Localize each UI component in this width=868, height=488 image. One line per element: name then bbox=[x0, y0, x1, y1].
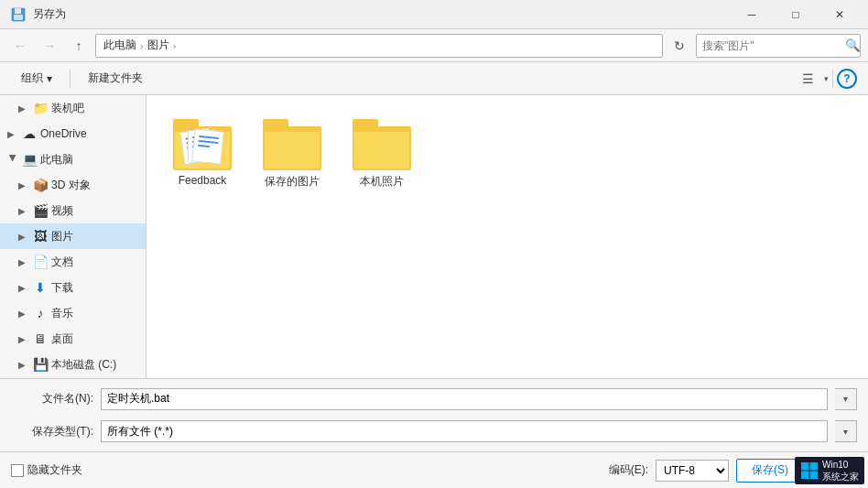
encoding-label: 编码(E): bbox=[609, 462, 648, 478]
breadcrumb: 此电脑 › 图片 › bbox=[95, 34, 663, 58]
hide-folders-checkbox[interactable] bbox=[11, 464, 24, 477]
title-controls: ─ □ ✕ bbox=[731, 0, 861, 29]
svg-rect-5 bbox=[801, 472, 809, 480]
folder-saved-name: 保存的图片 bbox=[265, 174, 320, 190]
help-button[interactable]: ? bbox=[837, 69, 857, 89]
sidebar-item-thispc[interactable]: ▶ 💻 此电脑 bbox=[0, 146, 146, 172]
filetype-label: 保存类型(T): bbox=[11, 424, 93, 439]
expand-arrow-pictures: ▶ bbox=[18, 232, 29, 242]
sidebar-item-music[interactable]: ▶ ♪ 音乐 bbox=[0, 300, 146, 326]
folder-saved-pics[interactable]: 保存的图片 bbox=[251, 110, 333, 199]
expand-arrow-docs: ▶ bbox=[18, 257, 29, 267]
sidebar-label-desktop: 桌面 bbox=[51, 331, 73, 347]
sidebar-item-downloads[interactable]: ▶ ⬇ 下载 bbox=[0, 275, 146, 300]
music-icon: ♪ bbox=[33, 306, 48, 320]
svg-rect-4 bbox=[810, 462, 819, 471]
sidebar-item-videos[interactable]: ▶ 🎬 视频 bbox=[0, 198, 146, 223]
svg-rect-2 bbox=[14, 15, 23, 20]
sidebar-label-music: 音乐 bbox=[51, 306, 73, 321]
encoding-select-wrap: UTF-8 GBK UTF-16 bbox=[656, 460, 729, 482]
sidebar-item-onedrive[interactable]: ▶ ☁ OneDrive bbox=[0, 121, 146, 146]
filetype-dropdown[interactable]: ▾ bbox=[835, 420, 857, 442]
folder-feedback-name: Feedback bbox=[179, 174, 227, 187]
main-layout: ▶ 📁 装机吧 ▶ ☁ OneDrive ▶ 💻 此电脑 ▶ 📦 3D 对象 ▶… bbox=[0, 95, 868, 378]
svg-rect-6 bbox=[810, 472, 819, 480]
folder-camera-icon bbox=[353, 119, 411, 170]
breadcrumb-pictures[interactable]: 图片 bbox=[147, 38, 169, 53]
sidebar-item-documents[interactable]: ▶ 📄 文档 bbox=[0, 249, 146, 275]
refresh-button[interactable]: ↻ bbox=[667, 33, 692, 59]
close-button[interactable]: ✕ bbox=[819, 0, 861, 29]
sidebar: ▶ 📁 装机吧 ▶ ☁ OneDrive ▶ 💻 此电脑 ▶ 📦 3D 对象 ▶… bbox=[0, 95, 146, 378]
win10-logo-icon bbox=[800, 461, 819, 480]
desktop-icon: 🖥 bbox=[33, 331, 48, 346]
sidebar-item-3dobjects[interactable]: ▶ 📦 3D 对象 bbox=[0, 172, 146, 198]
toolbar-sep2 bbox=[832, 70, 833, 88]
docs-icon: 📄 bbox=[33, 255, 48, 269]
search-button[interactable]: 🔍 bbox=[845, 34, 861, 58]
title-bar: 另存为 ─ □ ✕ bbox=[0, 0, 868, 29]
expand-arrow-localc: ▶ bbox=[18, 360, 29, 370]
expand-arrow-downloads: ▶ bbox=[18, 283, 29, 293]
breadcrumb-pc[interactable]: 此电脑 bbox=[103, 38, 136, 53]
new-folder-label: 新建文件夹 bbox=[88, 70, 143, 86]
search-input[interactable] bbox=[697, 39, 845, 52]
expand-arrow-music: ▶ bbox=[18, 309, 29, 319]
sidebar-label-onedrive: OneDrive bbox=[40, 127, 87, 140]
maximize-button[interactable]: □ bbox=[775, 0, 817, 29]
organize-button[interactable]: 组织 ▾ bbox=[11, 67, 62, 91]
sidebar-label-pictures: 图片 bbox=[51, 229, 73, 244]
filename-row: 文件名(N): ▾ bbox=[11, 386, 857, 412]
toolbar-separator bbox=[70, 70, 71, 88]
sidebar-item-localc[interactable]: ▶ 💾 本地磁盘 (C:) bbox=[0, 352, 146, 377]
bottom-section: 文件名(N): ▾ 保存类型(T): ▾ bbox=[0, 378, 868, 451]
filetype-input[interactable] bbox=[101, 420, 828, 442]
toolbar-right: ☰ ▾ ? bbox=[795, 67, 857, 91]
forward-button[interactable]: → bbox=[37, 33, 62, 59]
sidebar-item-softd[interactable]: ▶ 💾 软件 (D:) bbox=[0, 377, 146, 378]
sidebar-item-zhuangji[interactable]: ▶ 📁 装机吧 bbox=[0, 95, 146, 121]
sidebar-item-desktop[interactable]: ▶ 🖥 桌面 bbox=[0, 326, 146, 352]
encoding-select[interactable]: UTF-8 GBK UTF-16 bbox=[656, 460, 729, 482]
expand-arrow-thispc: ▶ bbox=[8, 154, 18, 165]
new-folder-button[interactable]: 新建文件夹 bbox=[78, 67, 153, 91]
svg-rect-3 bbox=[801, 462, 809, 471]
expand-arrow-onedrive: ▶ bbox=[7, 129, 18, 139]
cloud-icon-onedrive: ☁ bbox=[22, 126, 37, 141]
dialog-title: 另存为 bbox=[33, 6, 66, 22]
sidebar-label-docs: 文档 bbox=[51, 255, 73, 270]
video-icon: 🎬 bbox=[33, 203, 48, 218]
filename-label: 文件名(N): bbox=[11, 391, 93, 407]
toolbar: 组织 ▾ 新建文件夹 ☰ ▾ ? bbox=[0, 62, 868, 95]
sidebar-label-downloads: 下载 bbox=[51, 280, 73, 296]
pictures-icon: 🖼 bbox=[33, 229, 48, 244]
minimize-button[interactable]: ─ bbox=[731, 0, 773, 29]
filetype-row: 保存类型(T): ▾ bbox=[11, 419, 857, 445]
svg-rect-1 bbox=[15, 8, 21, 14]
view-toggle-button[interactable]: ☰ bbox=[795, 67, 820, 91]
organize-label: 组织 bbox=[21, 70, 43, 86]
save-as-icon bbox=[11, 7, 26, 22]
filename-input[interactable] bbox=[101, 388, 828, 410]
sidebar-label-thispc: 此电脑 bbox=[40, 152, 73, 168]
filename-dropdown[interactable]: ▾ bbox=[835, 388, 857, 410]
expand-arrow-zhuangji: ▶ bbox=[18, 103, 29, 114]
title-bar-left: 另存为 bbox=[11, 6, 66, 22]
folder-feedback[interactable]: Feedback bbox=[161, 110, 244, 199]
footer-left: 隐藏文件夹 bbox=[11, 462, 82, 478]
back-button[interactable]: ← bbox=[7, 33, 33, 59]
pc-icon: 💻 bbox=[22, 152, 37, 167]
nav-bar: ← → ↑ 此电脑 › 图片 › ↻ 🔍 bbox=[0, 29, 868, 62]
save-button[interactable]: 保存(S) bbox=[736, 459, 804, 483]
disk-c-icon: 💾 bbox=[33, 357, 48, 372]
sidebar-label-3d: 3D 对象 bbox=[51, 178, 91, 193]
up-button[interactable]: ↑ bbox=[66, 33, 92, 59]
sidebar-label-zhuangji: 装机吧 bbox=[51, 101, 84, 116]
folder-camera-roll[interactable]: 本机照片 bbox=[341, 110, 423, 199]
expand-arrow-3d: ▶ bbox=[18, 180, 29, 190]
view-arrow: ▾ bbox=[824, 74, 829, 83]
content-area: Feedback 保存的图片 本机照片 bbox=[146, 95, 868, 378]
sidebar-item-pictures[interactable]: ▶ 🖼 图片 bbox=[0, 223, 146, 249]
folder-camera-name: 本机照片 bbox=[360, 174, 404, 190]
3d-icon: 📦 bbox=[33, 178, 48, 192]
